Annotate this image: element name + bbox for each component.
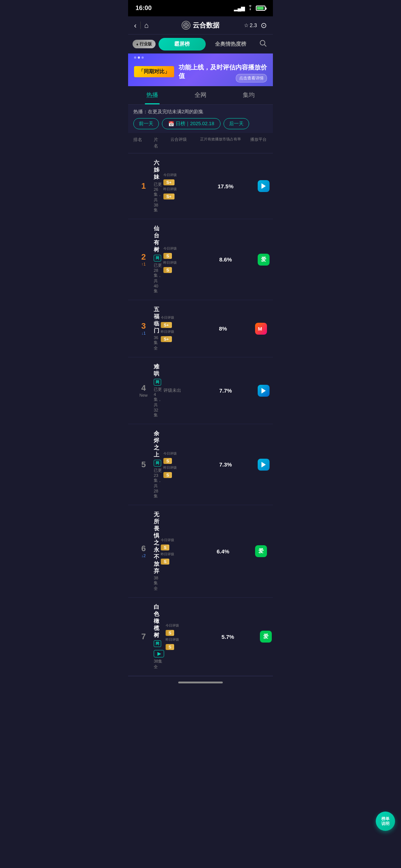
platform-icon-mango: M [255, 323, 267, 335]
today-rating-label: 今日评级 [163, 173, 177, 178]
rank-number: 5 [141, 461, 146, 469]
platform-cell: 爱 [244, 545, 273, 557]
network-badge: 网 [154, 379, 161, 386]
rating-cell: 今日评级S昨日评级S [161, 538, 202, 565]
title-cell: 无所畏惧之永不放弃38集全 [154, 511, 161, 591]
today-rating-bar: S [163, 458, 173, 464]
show-title: 难哄网 [154, 363, 162, 386]
banner-tag: 「同期对比」 [134, 66, 174, 77]
market-cell: 8.6% [204, 256, 247, 263]
market-cell: 7.7% [204, 387, 247, 394]
platform-icon-youku [258, 180, 270, 192]
prev-day-button[interactable]: 前一天 [133, 118, 159, 129]
next-day-button[interactable]: 后一天 [224, 118, 249, 129]
yesterday-rating-bar: S [161, 559, 171, 565]
rank-number: 4 [141, 384, 146, 392]
signal-icon: ▂▄▆ [234, 5, 245, 11]
platform-icon-iqiyi: 爱 [258, 254, 270, 266]
show-meta: 38集全 [154, 576, 159, 591]
svg-point-0 [250, 9, 251, 10]
market-cell: 7.3% [204, 461, 247, 468]
nav-divider [140, 22, 141, 29]
platform-cell: M [244, 323, 273, 335]
rank-change: ↓2 [141, 553, 146, 558]
table-row[interactable]: 4New难哄网已更4集，共32集评级未出7.7%› [128, 357, 273, 424]
yesterday-rating-label: 昨日评级 [163, 260, 177, 265]
table-row[interactable]: 3↓1五福临门36集全今日评级S+昨日评级S+8%M› [128, 300, 273, 357]
battery-icon [256, 6, 265, 11]
today-rating-bar: S+ [163, 179, 176, 185]
play-badge: ▶ [154, 650, 164, 657]
tab-episode[interactable]: 集均 [225, 86, 273, 104]
rating-cell: 今日评级S昨日评级S [163, 451, 204, 478]
back-button[interactable]: ‹ [134, 21, 137, 30]
rank-number: 1 [141, 182, 146, 190]
rank-cell-2: 3↓1 [133, 322, 154, 335]
banner: 「同期对比」 功能上线，及时评估内容播放价值 点击查看详情 [128, 53, 273, 86]
show-title: 六姊妹 [154, 159, 162, 181]
table-row[interactable]: 5余烬之上网已更23集，共28集今日评级S昨日评级S7.3%› [128, 424, 273, 505]
platform-icon-youku [258, 459, 270, 471]
nav-left: ‹ ⌂ [134, 21, 149, 30]
star-value: 2.3 [250, 22, 257, 28]
tab-全奥情热度榜[interactable]: 全奥情热度榜 [207, 38, 254, 51]
home-button[interactable]: ⌂ [144, 21, 149, 30]
title-cell: 余烬之上网已更23集，共28集 [154, 430, 163, 499]
industry-badge[interactable]: ♦ 行业版 [133, 40, 156, 48]
yesterday-rating-bar: S [163, 267, 173, 273]
home-indicator [178, 682, 223, 683]
yesterday-rating-badge: S [163, 472, 172, 478]
tab-霸屏榜[interactable]: 霸屏榜 [159, 38, 206, 51]
wifi-icon [247, 5, 254, 12]
diamond-icon: ♦ [136, 42, 138, 46]
industry-label: 行业版 [140, 41, 152, 47]
svg-point-2 [185, 24, 187, 26]
yesterday-rating-label: 昨日评级 [161, 552, 174, 557]
nav-bar: ‹ ⌂ 云合数据 ☆ 2.3 ⊙ [128, 16, 273, 35]
table-row[interactable]: 6↓2无所畏惧之永不放弃38集全今日评级S昨日评级S6.4%爱› [128, 505, 273, 598]
tab-allnet[interactable]: 全网 [176, 86, 225, 104]
market-cell: 17.5% [204, 183, 247, 189]
date-display[interactable]: 📅 日榜｜2025.02.18 [162, 118, 221, 129]
today-rating-label: 今日评级 [166, 623, 179, 628]
yesterday-rating-label: 昨日评级 [163, 465, 177, 470]
rating-cell: 今日评级S昨日评级S [163, 246, 204, 273]
nav-title: 云合数据 [182, 21, 219, 30]
nav-right: ☆ 2.3 ⊙ [244, 21, 267, 30]
svg-marker-9 [261, 183, 266, 189]
date-controls: 前一天 📅 日榜｜2025.02.18 后一天 [133, 118, 268, 129]
today-rating-label: 今日评级 [163, 246, 177, 251]
banner-detail-button[interactable]: 点击查看详情 [236, 74, 267, 82]
app-title: 云合数据 [193, 21, 219, 30]
show-title: 无所畏惧之永不放弃 [154, 511, 159, 575]
rank-number: 2 [141, 253, 146, 261]
show-title-text: 无所畏惧之永不放弃 [154, 511, 159, 575]
rating-cell: 今日评级S+昨日评级S+ [163, 173, 204, 199]
calendar-icon: 📅 [168, 121, 174, 127]
show-meta: 38集全 [154, 659, 164, 670]
rank-cell-3: 4New [133, 384, 154, 397]
yesterday-rating-label: 昨日评级 [161, 329, 174, 334]
show-meta: 已更4集，共32集 [154, 387, 162, 418]
show-meta: 36集全 [154, 335, 159, 351]
show-title: 余烬之上网 [154, 430, 162, 466]
table-row[interactable]: 7白色橄榄树网▶38集全今日评级S昨日评级S5.7%爱› [128, 598, 273, 676]
today-rating-badge: S [163, 458, 172, 464]
platform-cell: 爱 [247, 254, 273, 266]
today-rating-bar: S [166, 630, 176, 636]
table-body: 1六姊妹已更26集，共38集今日评级S+昨日评级S+17.5%›2↑1仙台有树网… [128, 153, 273, 676]
camera-button[interactable]: ⊙ [261, 21, 267, 30]
search-button[interactable] [257, 38, 268, 51]
content-tabs: 热播 全网 集均 [128, 86, 273, 105]
tab-hotplay[interactable]: 热播 [128, 86, 176, 104]
star-rating[interactable]: ☆ 2.3 [244, 22, 257, 28]
platform-cell: 爱 [249, 631, 273, 643]
show-title-text: 仙台有树 [154, 225, 162, 253]
status-time: 16:00 [136, 4, 151, 12]
table-row[interactable]: 2↑1仙台有树网已更28集，共40集今日评级S昨日评级S8.6%爱› [128, 219, 273, 300]
yesterday-rating-bar: S [166, 644, 176, 650]
svg-point-7 [260, 40, 265, 45]
rank-cell-5: 6↓2 [133, 544, 154, 558]
table-row[interactable]: 1六姊妹已更26集，共38集今日评级S+昨日评级S+17.5%› [128, 153, 273, 219]
show-meta: 已更28集，共40集 [154, 263, 162, 294]
